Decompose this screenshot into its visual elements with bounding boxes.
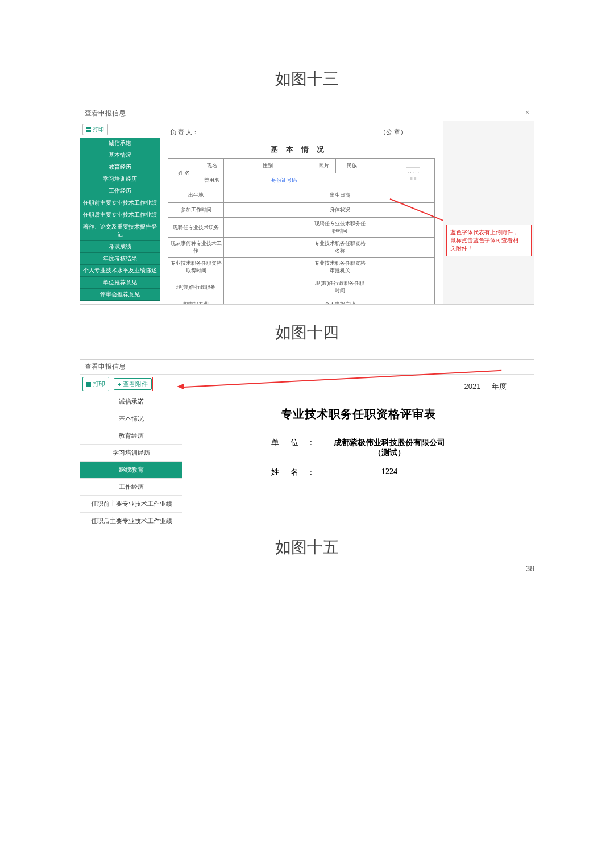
cell-nation: 民族: [336, 159, 368, 173]
figure-14: 查看申报信息 打印 + 查看附件 诚信承诺 基本情况: [80, 359, 534, 526]
nav-item[interactable]: 考试成绩: [80, 241, 160, 253]
annotation-arrow-head: [177, 384, 184, 389]
cell-value: [224, 218, 312, 238]
cell-name: 姓 名: [168, 159, 200, 188]
basic-info-table: 姓 名 现名 性别 照片 民族 ———· · · · ·≡ ≡ 曾用名: [168, 158, 435, 305]
cell-birthplace: 出生地: [168, 188, 224, 203]
plus-icon: +: [118, 381, 121, 388]
nav-item[interactable]: 任职后主要专业技术工作业绩: [80, 209, 160, 221]
unit-label: 单位:: [264, 438, 327, 458]
cell-value: [224, 173, 256, 188]
nav-item[interactable]: 基本情况: [80, 149, 160, 161]
year-suffix: 年度: [492, 382, 507, 391]
close-icon[interactable]: ×: [525, 109, 529, 118]
cell-value: [368, 277, 434, 297]
photo-cell: ———· · · · ·≡ ≡: [392, 159, 434, 188]
nav-item[interactable]: 个人专业技术水平及业绩陈述: [80, 265, 160, 277]
cell-value: [224, 258, 312, 277]
nav-item[interactable]: 年度考核结果: [80, 253, 160, 265]
nav-item[interactable]: 任职后主要专业技术工作业绩: [80, 513, 182, 526]
cell-label: 现名: [200, 159, 224, 173]
caption-fig13: 如图十三: [80, 68, 534, 90]
leader-label: 负 责 人：: [170, 128, 198, 136]
cell-prop-a: 拟申报专业: [168, 297, 224, 305]
cell-admintime: 现(兼)任行政职务任职时间: [312, 277, 368, 297]
modal-title: 查看申报信息: [85, 109, 126, 118]
main-panel: 负 责 人： （公 章） 基本情况 姓 名 现名 性别: [160, 121, 443, 305]
nav-item[interactable]: 著作、论文及重要技术报告登记: [80, 221, 160, 241]
figure-13: 查看申报信息 × 打印 诚信承诺 基本情况 教育经历 学习培训经历 工作经历 任…: [80, 106, 534, 305]
nav-item[interactable]: 评审会推荐意见: [80, 289, 160, 301]
caption-fig14: 如图十四: [80, 322, 534, 343]
nav-item[interactable]: 工作经历: [80, 185, 160, 197]
view-attachments-button[interactable]: + 查看附件: [114, 378, 152, 390]
unit-value: 成都紫极伟业科技股份有限公司（测试）: [327, 438, 452, 458]
cell-curpost: 现聘任专业技术职务: [168, 218, 224, 238]
cell-label: 照片: [312, 159, 336, 173]
nav-item-active[interactable]: 继续教育: [80, 462, 182, 479]
cell-prop-b: 个人申报专业: [312, 297, 368, 305]
toolbar: 打印 + 查看附件: [80, 375, 182, 393]
cell-qualorg: 专业技术职务任职资格审批机关: [312, 258, 368, 277]
page-number: 38: [525, 564, 534, 573]
cell-value: [312, 173, 392, 188]
modal-titlebar: 查看申报信息 ×: [80, 106, 534, 121]
sidebar: 打印 + 查看附件 诚信承诺 基本情况 教育经历 学习培训经历 继续教育 工作经…: [80, 375, 182, 526]
cell-value: [224, 277, 312, 297]
cell-qualname: 专业技术职务任职资格名称: [312, 238, 368, 258]
cell-value: [368, 218, 434, 238]
cell-value: [368, 159, 392, 173]
print-button[interactable]: 打印: [82, 124, 108, 135]
cell-value: [280, 159, 312, 173]
cell-value: [368, 258, 434, 277]
cell-value: [368, 188, 434, 203]
grid-icon: [86, 127, 91, 132]
cell-health: 身体状况: [312, 203, 368, 218]
print-button[interactable]: 打印: [82, 377, 109, 391]
nav-item[interactable]: 任职前主要专业技术工作业绩: [80, 496, 182, 513]
cell-value: [224, 203, 312, 218]
annotation-note: 蓝色字体代表有上传附件， 鼠标点击蓝色字体可查看相 关附件！: [446, 225, 532, 256]
nav-item[interactable]: 学习培训经历: [80, 173, 160, 185]
nav-item[interactable]: 工作经历: [80, 479, 182, 496]
cell-adminpost: 现(兼)任行政职务: [168, 277, 224, 297]
name-label: 姓名:: [264, 467, 327, 477]
section-title: 基本情况: [168, 144, 435, 155]
highlight-box: + 查看附件: [113, 377, 153, 391]
cell-value: [368, 297, 434, 305]
name-value: 1224: [327, 467, 452, 477]
cell-id-attach[interactable]: 身份证号码: [256, 173, 312, 188]
nav-item[interactable]: 基本情况: [80, 410, 182, 427]
cell-value: [368, 203, 434, 218]
cell-curposttime: 现聘任专业技术职务任职时间: [312, 218, 368, 238]
grid-icon: [86, 382, 91, 387]
nav-item[interactable]: 诚信承诺: [80, 138, 160, 149]
cell-once-name: 曾用名: [200, 173, 224, 188]
cell-qualtime: 专业技术职务任职资格取得时间: [168, 258, 224, 277]
cell-value: [224, 238, 312, 258]
nav-item[interactable]: 诚信承诺: [80, 393, 182, 410]
cell-value: [368, 238, 434, 258]
caption-fig15: 如图十五: [80, 537, 534, 558]
year-value: 2021: [464, 382, 480, 391]
cell-value: [224, 159, 256, 173]
nav-item[interactable]: 任职前主要专业技术工作业绩: [80, 197, 160, 209]
nav-item[interactable]: 学习培训经历: [80, 445, 182, 462]
cell-sex: 性别: [256, 159, 280, 173]
right-panel: 蓝色字体代表有上传附件， 鼠标点击蓝色字体可查看相 关附件！: [443, 121, 534, 305]
main-panel: 2021 年度 专业技术职务任职资格评审表 单位: 成都紫极伟业科技股份有限公司…: [182, 375, 534, 526]
cell-worktime: 参加工作时间: [168, 203, 224, 218]
seal-label: （公 章）: [380, 128, 406, 136]
nav-item[interactable]: 教育经历: [80, 427, 182, 445]
cell-value: [224, 297, 312, 305]
cell-birth: 出生日期: [312, 188, 368, 203]
cell-curwork: 现从事何种专业技术工作: [168, 238, 224, 258]
document-title: 专业技术职务任职资格评审表: [200, 406, 517, 422]
nav-item[interactable]: 单位推荐意见: [80, 277, 160, 289]
nav-item[interactable]: 教育经历: [80, 161, 160, 173]
sidebar: 打印 诚信承诺 基本情况 教育经历 学习培训经历 工作经历 任职前主要专业技术工…: [80, 121, 160, 305]
cell-value: [224, 188, 312, 203]
